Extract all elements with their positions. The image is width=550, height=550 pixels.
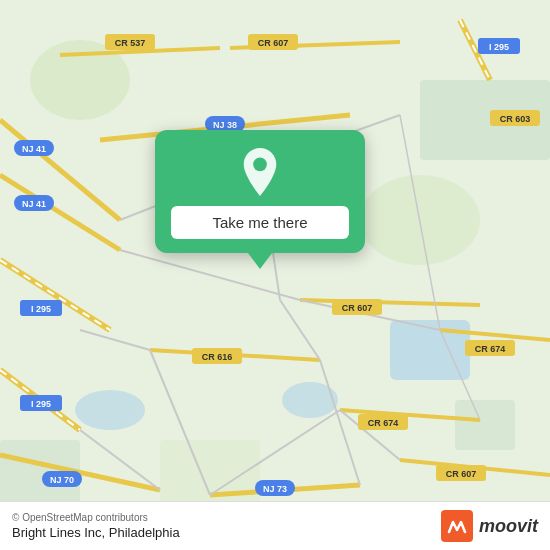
svg-text:NJ 73: NJ 73: [263, 484, 287, 494]
location-pin-icon: [236, 148, 284, 196]
svg-text:NJ 41: NJ 41: [22, 144, 46, 154]
svg-point-73: [253, 157, 267, 171]
svg-text:CR 674: CR 674: [475, 344, 506, 354]
take-me-there-button[interactable]: Take me there: [171, 206, 349, 239]
svg-point-2: [75, 390, 145, 430]
svg-text:CR 537: CR 537: [115, 38, 146, 48]
svg-text:I 295: I 295: [31, 304, 51, 314]
moovit-logo: moovit: [441, 510, 538, 542]
svg-text:I 295: I 295: [31, 399, 51, 409]
moovit-icon: [441, 510, 473, 542]
svg-text:CR 616: CR 616: [202, 352, 233, 362]
svg-line-16: [0, 175, 120, 250]
svg-text:CR 607: CR 607: [342, 303, 373, 313]
popup-card: Take me there: [155, 130, 365, 253]
svg-text:NJ 70: NJ 70: [50, 475, 74, 485]
svg-line-31: [80, 330, 150, 350]
road-network: CR 537 CR 607 I 295 NJ 41 NJ 41 NJ 38 CR…: [0, 0, 550, 550]
svg-rect-4: [455, 400, 515, 450]
osm-attribution: © OpenStreetMap contributors: [12, 512, 180, 523]
bottom-bar: © OpenStreetMap contributors Bright Line…: [0, 501, 550, 550]
svg-text:NJ 38: NJ 38: [213, 120, 237, 130]
svg-text:CR 607: CR 607: [446, 469, 477, 479]
moovit-text: moovit: [479, 516, 538, 537]
svg-text:CR 607: CR 607: [258, 38, 289, 48]
map-container: CR 537 CR 607 I 295 NJ 41 NJ 41 NJ 38 CR…: [0, 0, 550, 550]
svg-text:NJ 41: NJ 41: [22, 199, 46, 209]
place-name: Bright Lines Inc, Philadelphia: [12, 525, 180, 540]
svg-text:CR 674: CR 674: [368, 418, 399, 428]
svg-line-36: [280, 300, 320, 360]
svg-text:CR 603: CR 603: [500, 114, 531, 124]
bottom-left-info: © OpenStreetMap contributors Bright Line…: [12, 512, 180, 540]
svg-text:I 295: I 295: [489, 42, 509, 52]
svg-line-20: [300, 300, 480, 305]
svg-rect-74: [441, 510, 473, 542]
